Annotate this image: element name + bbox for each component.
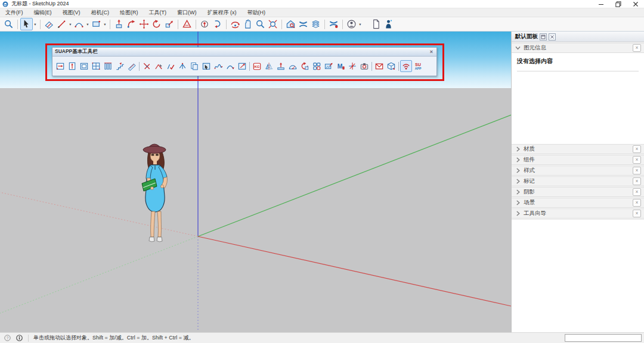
person-component-tool-icon[interactable] <box>382 18 395 30</box>
restore-icon[interactable] <box>609 0 627 8</box>
menu-item-7[interactable]: 窗口(W) <box>172 8 202 17</box>
close-panel-icon[interactable] <box>549 33 556 40</box>
suapp-door-up-icon[interactable] <box>66 60 78 72</box>
position-camera-tool-icon[interactable] <box>199 18 211 30</box>
menu-item-6[interactable]: 工具(T) <box>144 8 172 17</box>
suapp-arc-arrow-icon[interactable] <box>224 60 236 72</box>
tray-close-icon[interactable]: × <box>633 210 641 217</box>
dimension-tool-icon[interactable] <box>181 18 193 30</box>
tray-6[interactable]: 场景× <box>512 198 644 208</box>
minimize-icon[interactable] <box>592 0 609 8</box>
account-tool-icon[interactable] <box>345 18 358 30</box>
suapp-protractor-icon[interactable] <box>287 60 299 72</box>
suapp-box-arrow-icon[interactable] <box>236 60 248 72</box>
search-tool-icon[interactable] <box>2 18 15 30</box>
suapp-copy-icon[interactable] <box>188 60 200 72</box>
dropdown-arrow-icon[interactable]: ▾ <box>68 22 73 27</box>
suapp-photo-swap-icon[interactable] <box>323 60 335 72</box>
suapp-window-icon[interactable] <box>78 60 90 72</box>
zoom-extents-tool-icon[interactable] <box>267 18 279 30</box>
pan-tool-icon[interactable] <box>242 18 254 30</box>
zoom-tool-icon[interactable] <box>254 18 267 30</box>
close-icon[interactable] <box>627 0 644 8</box>
suapp-camera-icon[interactable] <box>358 60 370 72</box>
follow-me-tool-icon[interactable] <box>125 18 138 30</box>
measurement-input[interactable] <box>565 334 642 342</box>
tray-4[interactable]: 标记× <box>512 176 644 186</box>
rotate-tool-icon[interactable] <box>150 18 163 30</box>
suapp-kg-weight-icon[interactable]: KG <box>251 60 263 72</box>
3d-viewport[interactable]: SUAPP基本工具栏 × KGMSUAPP <box>0 32 511 332</box>
tray-close-icon[interactable]: × <box>633 177 641 185</box>
suapp-door-arrow-icon[interactable] <box>54 60 66 72</box>
suapp-rotate-copy-icon[interactable] <box>299 60 311 72</box>
suapp-stairs-icon[interactable] <box>114 60 126 72</box>
tray-close-icon[interactable]: × <box>633 199 641 207</box>
suapp-toolbar-titlebar[interactable]: SUAPP基本工具栏 × <box>52 48 436 57</box>
suapp-loft-icon[interactable] <box>177 60 188 72</box>
menu-item-2[interactable]: 编辑(E) <box>29 8 57 17</box>
suapp-suapp-logo-icon[interactable]: SUAPP <box>412 60 424 72</box>
suapp-line-cross-icon[interactable] <box>141 60 153 72</box>
suapp-select-box-icon[interactable] <box>200 60 212 72</box>
menu-item-4[interactable]: 相机(C) <box>86 8 115 17</box>
float-panel-icon[interactable] <box>540 33 547 40</box>
dropdown-arrow-icon[interactable]: ▾ <box>103 22 107 27</box>
dropdown-arrow-icon[interactable]: ▾ <box>33 22 38 27</box>
suapp-columns-icon[interactable] <box>102 60 114 72</box>
eraser-tool-icon[interactable] <box>43 18 55 30</box>
menu-item-5[interactable]: 绘图(R) <box>114 8 144 17</box>
suapp-wifi-icon[interactable] <box>400 60 412 72</box>
entity-info-header[interactable]: 图元信息 × <box>512 43 644 53</box>
push-pull-tool-icon[interactable] <box>113 18 125 30</box>
suapp-mirror-icon[interactable] <box>263 60 275 72</box>
tray-close-icon[interactable]: × <box>633 156 641 164</box>
suapp-corner-check-icon[interactable] <box>165 60 177 72</box>
move-tool-icon[interactable] <box>138 18 150 30</box>
extension-warehouse-tool-icon[interactable] <box>327 18 340 30</box>
tray-3[interactable]: 样式× <box>512 166 644 176</box>
arc-tool-icon[interactable] <box>73 18 85 30</box>
share-component-tool-icon[interactable] <box>309 18 322 30</box>
suapp-extend-line-icon[interactable] <box>153 60 165 72</box>
suapp-grid-window-icon[interactable] <box>90 60 102 72</box>
tray-7[interactable]: 工具向导× <box>512 208 644 219</box>
dropdown-arrow-icon[interactable]: ▾ <box>85 22 90 27</box>
suapp-lift-icon[interactable] <box>275 60 287 72</box>
scale-tool-icon[interactable] <box>163 18 175 30</box>
help-circle-icon[interactable]: ? <box>4 335 11 341</box>
suapp-toolbar-window[interactable]: SUAPP基本工具栏 × KGMSUAPP <box>52 47 437 76</box>
tray-close-icon[interactable]: × <box>633 188 641 196</box>
share-model-tool-icon[interactable] <box>297 18 309 30</box>
menu-item-9[interactable]: 帮助(H) <box>242 8 271 17</box>
suapp-wave-icon[interactable] <box>212 60 224 72</box>
rectangle-tool-icon[interactable] <box>90 18 103 30</box>
suapp-axis-star-icon[interactable] <box>346 60 358 72</box>
new-file-tool-icon[interactable] <box>370 18 382 30</box>
suapp-close-icon[interactable]: × <box>429 49 434 55</box>
woman-figure[interactable] <box>135 141 179 247</box>
3d-warehouse-tool-icon[interactable] <box>284 18 297 30</box>
suapp-array-icon[interactable] <box>311 60 323 72</box>
walk-tool-icon[interactable] <box>211 18 224 30</box>
suapp-material-m-icon[interactable]: M <box>335 60 346 72</box>
tray-5[interactable]: 阴影× <box>512 187 644 197</box>
tray-close-icon[interactable]: × <box>633 167 641 174</box>
suapp-ramp-icon[interactable] <box>126 60 138 72</box>
line-tool-icon[interactable] <box>55 18 68 30</box>
orbit-tool-icon[interactable] <box>229 18 242 30</box>
tray-close-icon[interactable]: × <box>633 145 641 153</box>
entity-info-close-icon[interactable]: × <box>633 44 641 52</box>
suapp-separator <box>139 62 140 71</box>
menu-item-8[interactable]: 扩展程序 (x) <box>202 8 242 17</box>
tray-2[interactable]: 组件× <box>512 155 644 165</box>
suapp-mail-icon[interactable] <box>373 60 385 72</box>
tray-1[interactable]: 材质× <box>512 144 644 154</box>
menu-item-3[interactable]: 视图(V) <box>57 8 86 17</box>
suapp-package-icon[interactable] <box>385 60 397 72</box>
entity-info-label: 图元信息 <box>524 44 546 52</box>
menu-item-1[interactable]: 文件(F) <box>0 8 29 17</box>
attribution-circle-icon[interactable] <box>16 335 23 341</box>
dropdown-arrow-icon[interactable]: ▾ <box>358 22 363 27</box>
select-tool-icon[interactable] <box>20 18 33 30</box>
